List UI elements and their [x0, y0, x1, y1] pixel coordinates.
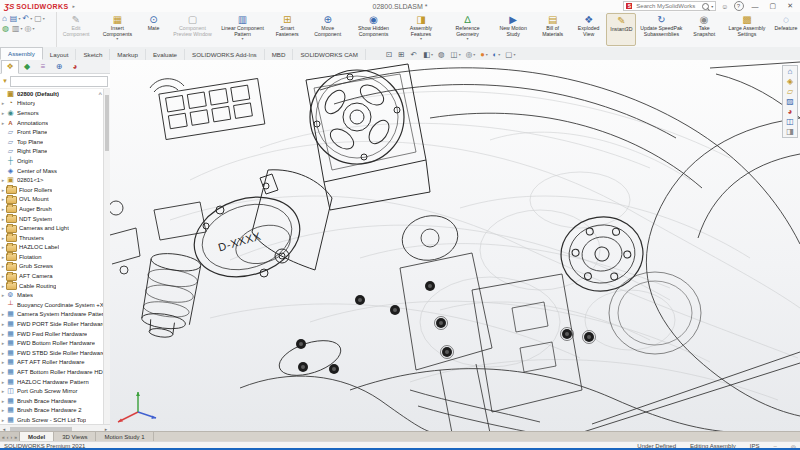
task-pane-tab[interactable]: ◕	[788, 107, 793, 116]
search-icon[interactable]	[702, 3, 709, 10]
ribbon-button[interactable]: ∆ Reference Geometry ▾	[443, 13, 491, 46]
help-icon[interactable]: ?	[734, 1, 744, 11]
tree-item[interactable]: ▸ AFT Camera	[0, 271, 104, 281]
tab-nav-arrow-icon[interactable]: «	[2, 434, 5, 440]
tree-item[interactable]: ▸ History	[0, 99, 104, 109]
ribbon-tab[interactable]: SOLIDWORKS Add-Ins	[185, 49, 265, 60]
panel-tab[interactable]: ⊕	[51, 61, 67, 73]
tree-item[interactable]: ▸ NDT System	[0, 214, 104, 224]
model-tab[interactable]: 3D Views	[54, 432, 96, 441]
tree-item[interactable]: ▸ Port Grub Screw Mirror	[0, 386, 104, 396]
scrollbar-thumb[interactable]	[105, 95, 109, 151]
tree-vertical-scrollbar[interactable]	[103, 89, 110, 424]
ribbon-button[interactable]: ⊕ Move Component	[307, 13, 349, 46]
ribbon-button[interactable]: ▩ Large Assembly Settings	[722, 13, 772, 46]
ribbon-button[interactable]: ↻ Update SpeedPak Subassemblies	[636, 13, 686, 46]
tree-filter-input[interactable]	[10, 76, 108, 87]
qat-button[interactable]: ◍	[2, 24, 10, 33]
tree-root-item[interactable]: 02800 (Default) ^	[0, 89, 104, 99]
ribbon-button[interactable]: ▥ Linear Component Pattern ▾	[218, 13, 268, 46]
ribbon-tab[interactable]: SOLIDWORKS CAM	[293, 49, 365, 60]
panel-tab[interactable]: ❖	[1, 60, 19, 74]
task-pane-tab[interactable]: ▱	[787, 87, 793, 96]
task-pane-tab[interactable]: ◨	[786, 127, 794, 136]
ribbon-button[interactable]: ✎ Instant3D	[606, 13, 636, 46]
tree-item[interactable]: ▸ Thrusters	[0, 233, 104, 243]
ribbon-tab[interactable]: Evaluate	[146, 49, 185, 60]
tree-item[interactable]: ▸ 02801<1>	[0, 175, 104, 185]
ribbon-tab[interactable]: Assembly	[0, 47, 43, 60]
ribbon-button[interactable]: ✎ Edit Component	[57, 13, 95, 46]
view-toolbar-button[interactable]: ◧ ▾	[423, 50, 433, 59]
qat-button[interactable]: ▢ ▾	[34, 14, 45, 23]
ribbon-button[interactable]: ▢ Component Preview Window	[168, 13, 218, 46]
tree-item[interactable]: ▸ FWD Fwd Roller Hardware	[0, 329, 104, 339]
task-pane-tab[interactable]: ◫	[786, 117, 794, 126]
tree-item[interactable]: ▸ FWD PORT Side Roller Hardware	[0, 319, 104, 329]
view-toolbar-button[interactable]: ◍	[438, 50, 446, 59]
tree-item[interactable]: ▸ Sensors	[0, 108, 104, 118]
tree-item[interactable]: ▸ Grub Screws	[0, 262, 104, 272]
tab-nav-arrow-icon[interactable]: ‹	[7, 434, 9, 440]
tree-item[interactable]: ▸ HAZLOC Hardware Pattern	[0, 377, 104, 387]
tree-item[interactable]: ▸ Brush Brace Hardware 2	[0, 406, 104, 416]
tree-item[interactable]: ▸ Camera System Hardware Pattern	[0, 310, 104, 320]
qat-button[interactable]: ◎ ▾	[25, 24, 35, 33]
tree-item[interactable]: ▸ FWD STBD Side Roller Hardware	[0, 348, 104, 358]
tree-item[interactable]: Center of Mass	[0, 166, 104, 176]
ribbon-tab[interactable]: MBD	[265, 49, 294, 60]
ribbon-button[interactable]: ❖ Exploded View	[571, 13, 607, 46]
model-tab[interactable]: Model	[20, 432, 54, 441]
ribbon-button[interactable]: ◨ Assembly Features ▾	[399, 13, 444, 46]
view-toolbar-button[interactable]: ◐ ▾	[493, 50, 501, 59]
view-toolbar-button[interactable]: ⊞	[398, 50, 405, 59]
status-options-icon[interactable]: ◎	[791, 443, 796, 450]
graphics-viewport[interactable]: D-XXXX	[110, 60, 800, 433]
tree-item[interactable]: Top Plane	[0, 137, 104, 147]
ribbon-button[interactable]: ⊞ Smart Fasteners	[268, 13, 307, 46]
tree-item[interactable]: ▸ FWD Bottom Roller Hardware	[0, 338, 104, 348]
panel-tab[interactable]: ◕	[67, 61, 83, 73]
view-toolbar-button[interactable]: ⊡	[386, 50, 393, 59]
tree-item[interactable]: ▸ Grub Screw - SCH Lid Top	[0, 415, 104, 424]
filter-icon[interactable]: ▼	[2, 78, 8, 84]
tree-item[interactable]: ▸ OVL Mount	[0, 195, 104, 205]
ribbon-button[interactable]: ⊙ Mate	[140, 13, 168, 46]
model-tab[interactable]: Motion Study 1	[96, 432, 153, 441]
ribbon-button[interactable]: ▤ Bill of Materials	[535, 13, 571, 46]
minimize-button[interactable]: —	[749, 3, 762, 10]
task-pane-tab[interactable]: ▨	[786, 97, 794, 106]
tree-item[interactable]: ▸ Annotations	[0, 118, 104, 128]
ribbon-tab[interactable]: Layout	[43, 49, 77, 60]
view-toolbar-button[interactable]: ● ▾	[480, 50, 488, 59]
ribbon-tab[interactable]: Markup	[110, 49, 146, 60]
view-toolbar-button[interactable]: ◫ ▾	[451, 50, 461, 59]
search-dropdown-icon[interactable]: ▾	[711, 4, 713, 9]
tree-item[interactable]: Buoyancy Coordinate System +X	[0, 300, 104, 310]
tab-nav-arrow-icon[interactable]: »	[14, 434, 17, 440]
task-pane-tab[interactable]: ◈	[787, 77, 793, 86]
panel-tab[interactable]: ≡	[35, 61, 51, 73]
tree-item[interactable]: ▸ Brush Brace Hardware	[0, 396, 104, 406]
restore-button[interactable]: ▢	[767, 2, 780, 10]
ribbon-tab[interactable]: Sketch	[76, 49, 110, 60]
close-button[interactable]: ✕	[784, 2, 796, 10]
ribbon-button[interactable]: ◉ Show Hidden Components	[349, 13, 399, 46]
qat-button[interactable]: ⌂	[2, 14, 8, 23]
tab-nav-arrow-icon[interactable]: ›	[10, 434, 12, 440]
qat-button[interactable]: ▥ ▾	[12, 24, 23, 33]
feedback-icon[interactable]: ☺	[721, 3, 728, 10]
panel-tab[interactable]: ◆	[19, 61, 35, 73]
search-box[interactable]: S ▾	[623, 1, 716, 11]
search-input[interactable]	[634, 2, 700, 10]
qat-button[interactable]: ↶ ▾	[22, 14, 32, 23]
tree-item[interactable]: ▸ HAZLOC Label	[0, 243, 104, 253]
tree-item[interactable]: ▸ Cable Routing	[0, 281, 104, 291]
tree-item[interactable]: Right Plane	[0, 147, 104, 157]
view-toolbar-button[interactable]: ▢ ▾	[505, 50, 515, 59]
tree-item[interactable]: ▸ Floor Rollers	[0, 185, 104, 195]
tree-item[interactable]: Front Plane	[0, 127, 104, 137]
ribbon-button[interactable]: ▦ Insert Components ▾	[95, 13, 139, 46]
view-toolbar-button[interactable]: ↶	[411, 50, 418, 59]
qat-button[interactable]: ▤ ▾	[10, 14, 21, 23]
